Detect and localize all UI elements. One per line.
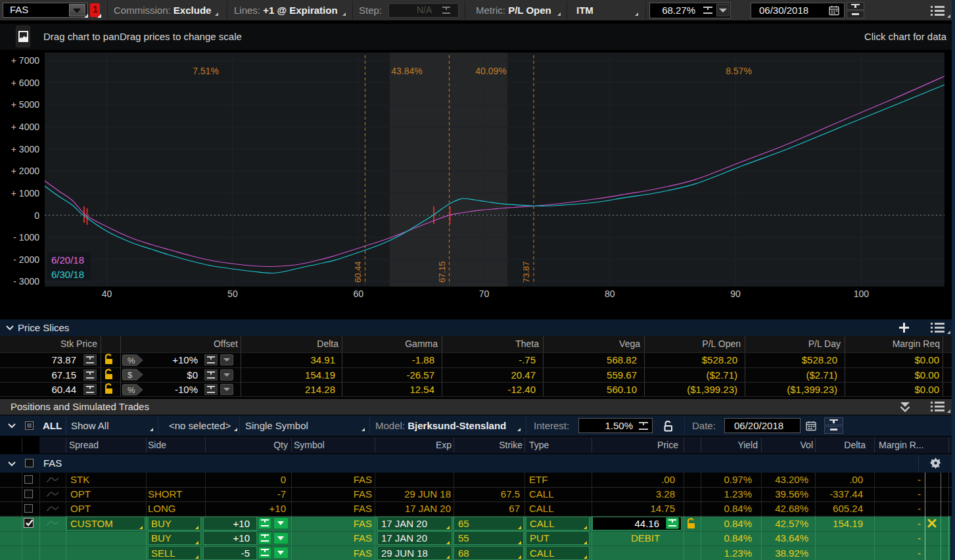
svg-text:+ 7000: + 7000 xyxy=(11,55,39,66)
svg-text:100: 100 xyxy=(854,289,870,299)
svg-text:40: 40 xyxy=(102,289,112,299)
svg-text:6/20/18: 6/20/18 xyxy=(51,254,84,266)
svg-text:8.57%: 8.57% xyxy=(726,66,752,76)
svg-text:6/30/18: 6/30/18 xyxy=(51,269,84,280)
svg-text:- 1000: - 1000 xyxy=(13,232,39,243)
svg-text:%: % xyxy=(128,385,135,394)
svg-text:+ 1000: + 1000 xyxy=(11,188,39,198)
svg-text:73.87: 73.87 xyxy=(521,261,531,283)
svg-text:7.51%: 7.51% xyxy=(193,66,219,76)
svg-text:0: 0 xyxy=(34,210,39,221)
svg-text:80: 80 xyxy=(605,289,615,299)
svg-text:90: 90 xyxy=(730,289,741,299)
svg-text:60.44: 60.44 xyxy=(353,261,363,283)
svg-text:67.15: 67.15 xyxy=(437,261,447,283)
svg-text:- 3000: - 3000 xyxy=(13,276,39,287)
svg-text:+ 6000: + 6000 xyxy=(11,78,39,88)
svg-text:+ 5000: + 5000 xyxy=(11,99,39,110)
svg-text:70: 70 xyxy=(479,289,490,299)
svg-text:40.09%: 40.09% xyxy=(475,66,506,76)
svg-text:$: $ xyxy=(128,370,133,380)
svg-text:60: 60 xyxy=(353,289,363,299)
svg-text:43.84%: 43.84% xyxy=(391,66,422,76)
svg-text:%: % xyxy=(128,355,135,365)
svg-text:+ 3000: + 3000 xyxy=(11,144,39,154)
svg-text:50: 50 xyxy=(227,289,238,299)
svg-text:- 2000: - 2000 xyxy=(13,254,39,265)
svg-text:+ 2000: + 2000 xyxy=(11,166,39,176)
svg-text:+ 4000: + 4000 xyxy=(11,122,39,132)
